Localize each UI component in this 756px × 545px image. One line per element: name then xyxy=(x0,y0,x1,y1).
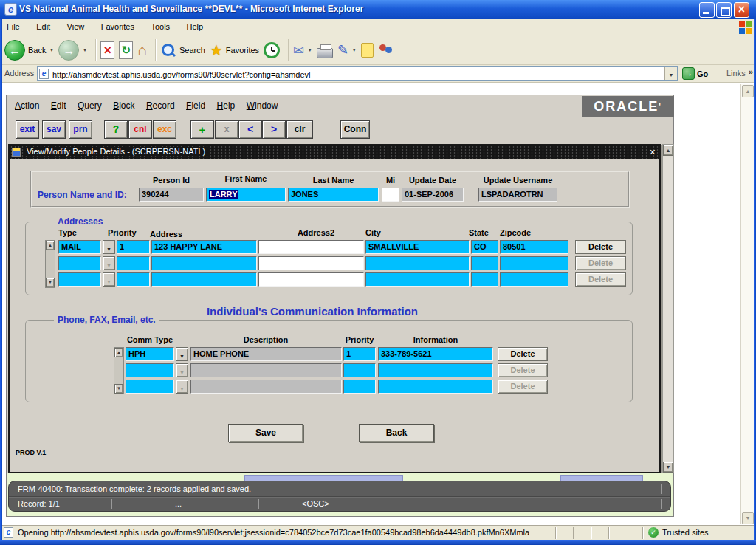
scroll-up-icon[interactable] xyxy=(663,145,673,156)
favorites-button[interactable]: Favorites xyxy=(210,41,259,59)
zipcode-field[interactable] xyxy=(500,272,568,287)
print-toolbar-button[interactable]: prn xyxy=(69,120,92,139)
stop-button[interactable] xyxy=(100,41,114,59)
form-scrollbar[interactable] xyxy=(662,144,674,473)
form-close-icon[interactable] xyxy=(650,145,656,159)
address-field[interactable] xyxy=(151,272,257,287)
links-chevron-icon[interactable]: » xyxy=(749,67,753,76)
comm-scrollbar[interactable] xyxy=(114,347,124,394)
menu-favorites[interactable]: Favorites xyxy=(94,19,141,31)
state-field[interactable]: CO xyxy=(471,240,498,254)
messenger-button[interactable] xyxy=(378,42,394,58)
save-button[interactable]: Save xyxy=(228,424,303,442)
type-dropdown-icon[interactable] xyxy=(103,240,115,254)
print-button[interactable] xyxy=(317,42,333,58)
forms-menu-field[interactable]: Field xyxy=(186,100,205,111)
back-dropdown-icon[interactable]: ▼ xyxy=(49,47,54,52)
last-name-field[interactable]: JONES xyxy=(288,188,379,202)
previous-record-button[interactable]: < xyxy=(238,120,262,139)
edit-button[interactable]: ▼ xyxy=(337,41,357,59)
close-button[interactable] xyxy=(734,2,749,18)
go-button[interactable]: Go xyxy=(682,67,708,80)
next-record-button[interactable]: > xyxy=(262,120,286,139)
type-field[interactable]: MAIL xyxy=(58,240,101,254)
forms-menu-window[interactable]: Window xyxy=(247,100,278,111)
scroll-down-icon[interactable] xyxy=(742,512,754,524)
clear-toolbar-button[interactable]: clr xyxy=(286,120,313,139)
city-field[interactable]: SMALLVILLE xyxy=(365,240,470,254)
forms-menu-query[interactable]: Query xyxy=(78,100,102,111)
delete-address-button[interactable]: Delete xyxy=(575,240,626,254)
state-field[interactable] xyxy=(471,272,498,287)
priority-field[interactable] xyxy=(117,272,150,287)
scroll-down-icon[interactable] xyxy=(46,278,55,287)
comm-type-field[interactable]: HPH xyxy=(126,347,174,361)
minimize-button[interactable] xyxy=(699,2,715,18)
page-scrollbar[interactable] xyxy=(740,84,754,525)
mail-dropdown-icon[interactable]: ▼ xyxy=(307,47,312,52)
back-button[interactable]: ← Back ▼ xyxy=(4,40,54,61)
edit-dropdown-icon[interactable]: ▼ xyxy=(351,47,357,52)
forms-menu-action[interactable]: Action xyxy=(15,100,39,111)
city-field[interactable] xyxy=(365,256,470,270)
type-field[interactable] xyxy=(58,256,101,270)
address-field[interactable] xyxy=(151,256,257,270)
save-toolbar-button[interactable]: sav xyxy=(42,120,66,139)
comm-priority-field[interactable] xyxy=(343,363,376,377)
history-button[interactable] xyxy=(264,42,280,58)
type-field[interactable] xyxy=(58,272,101,287)
menu-help[interactable]: Help xyxy=(180,19,210,31)
mi-field[interactable] xyxy=(382,188,399,202)
back-button-form[interactable]: Back xyxy=(359,424,434,442)
address2-field[interactable] xyxy=(258,272,364,287)
menu-file[interactable]: File xyxy=(0,19,27,31)
state-field[interactable] xyxy=(471,256,498,270)
address-field[interactable]: 123 HAPPY LANE xyxy=(151,240,257,254)
scroll-up-icon[interactable] xyxy=(114,348,123,357)
address-dropdown-icon[interactable] xyxy=(664,67,677,80)
comm-type-field[interactable] xyxy=(126,380,174,394)
restore-button[interactable] xyxy=(716,2,732,18)
people-details-title-bar[interactable]: View/Modify People Details - (SCRPERSN-N… xyxy=(10,145,659,159)
information-field[interactable] xyxy=(378,363,493,377)
zipcode-field[interactable] xyxy=(500,256,568,270)
add-record-button[interactable]: + xyxy=(190,120,214,139)
priority-field[interactable] xyxy=(117,256,150,270)
scroll-down-icon[interactable] xyxy=(114,384,123,394)
address2-field[interactable] xyxy=(258,256,364,270)
forms-menu-block[interactable]: Block xyxy=(113,100,134,111)
addresses-scrollbar[interactable] xyxy=(45,240,55,288)
forms-menu-help[interactable]: Help xyxy=(217,100,236,111)
priority-field[interactable]: 1 xyxy=(117,240,150,254)
scroll-down-icon[interactable] xyxy=(663,462,673,473)
comm-priority-field[interactable]: 1 xyxy=(343,347,376,361)
address-input[interactable]: http://ahsmdevtest.aphis.usda.gov/forms9… xyxy=(37,66,678,81)
scroll-up-icon[interactable] xyxy=(46,241,55,250)
scroll-up-icon[interactable] xyxy=(742,85,754,97)
conn-button[interactable]: Conn xyxy=(340,120,370,139)
address2-field[interactable] xyxy=(258,240,364,254)
forms-menu-record[interactable]: Record xyxy=(146,100,175,111)
execute-toolbar-button[interactable]: exc xyxy=(153,120,176,139)
home-button[interactable] xyxy=(137,41,147,59)
links-label[interactable]: Links xyxy=(726,69,746,78)
mail-button[interactable]: ▼ xyxy=(293,41,312,59)
delete-comm-button[interactable]: Delete xyxy=(498,347,548,361)
comm-type-field[interactable] xyxy=(126,363,174,377)
comm-type-dropdown-icon[interactable] xyxy=(176,347,188,361)
search-button[interactable]: Search xyxy=(160,41,205,59)
comm-priority-field[interactable] xyxy=(343,380,376,394)
city-field[interactable] xyxy=(365,272,470,287)
menu-tools[interactable]: Tools xyxy=(144,19,176,31)
information-field[interactable] xyxy=(378,380,493,394)
forms-menu-edit[interactable]: Edit xyxy=(51,100,66,111)
information-field[interactable]: 333-789-5621 xyxy=(378,347,493,361)
zipcode-field[interactable]: 80501 xyxy=(500,240,568,254)
cancel-toolbar-button[interactable]: cnl xyxy=(128,120,152,139)
refresh-button[interactable] xyxy=(119,41,133,59)
first-name-field[interactable]: LARRY xyxy=(206,188,286,202)
menu-view[interactable]: View xyxy=(61,19,92,31)
notes-button[interactable] xyxy=(361,43,374,58)
exit-button[interactable]: exit xyxy=(16,120,39,139)
menu-edit[interactable]: Edit xyxy=(30,19,57,31)
